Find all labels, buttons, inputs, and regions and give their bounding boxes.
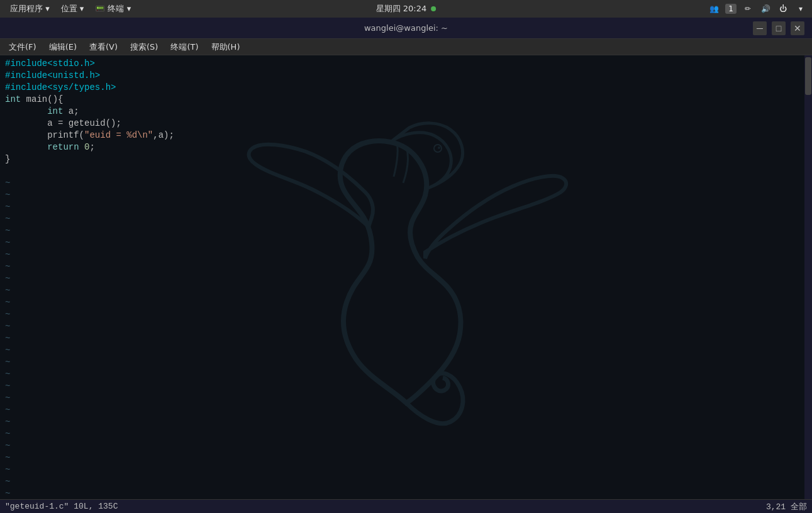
- menu-view[interactable]: 查看(V): [83, 40, 124, 54]
- tilde-line: ~: [0, 249, 804, 261]
- menu-file[interactable]: 文件(F): [3, 40, 43, 54]
- appsmenu-button[interactable]: 应用程序 ▾: [5, 2, 55, 16]
- menu-help[interactable]: 帮助(H): [205, 40, 247, 54]
- system-bar-menus: 应用程序 ▾ 位置 ▾ 📟 终端 ▾: [5, 2, 136, 16]
- cursor-info: 3,21 全部: [766, 501, 807, 512]
- code-line-3: #include<sys/types.h>: [0, 82, 804, 94]
- code-line-10: [0, 165, 804, 177]
- scroll-position: 全部: [791, 502, 807, 512]
- tilde-line: ~: [0, 237, 804, 249]
- terminal-menu-button[interactable]: 📟 终端 ▾: [90, 2, 136, 16]
- file-info: "geteuid-1.c" 10L, 135C: [5, 502, 118, 511]
- tilde-line: ~: [0, 476, 804, 488]
- tilde-line: ~: [0, 285, 804, 297]
- apps-label: 应用程序: [10, 4, 43, 13]
- tilde-line: ~: [0, 368, 804, 380]
- tilde-line: ~: [0, 392, 804, 404]
- code-line-4: int main(){: [0, 94, 804, 106]
- tilde-line: ~: [0, 356, 804, 368]
- tilde-line: ~: [0, 404, 804, 416]
- tilde-line: ~: [0, 261, 804, 273]
- terminal-window: wanglei@wanglei: ~ ─ □ ✕ 文件(F) 编辑(E) 查看(…: [0, 18, 812, 513]
- system-time: 星期四 20:24: [376, 3, 437, 14]
- power-arrow[interactable]: ▾: [794, 3, 807, 15]
- time-label: 星期四 20:24: [376, 4, 427, 13]
- code-line-8: return 0;: [0, 141, 804, 153]
- code-line-6: a = geteuid();: [0, 118, 804, 130]
- tilde-line: ~: [0, 273, 804, 285]
- position-arrow: ▾: [80, 4, 84, 13]
- filename: "geteuid-1.c": [5, 502, 69, 511]
- minimize-button[interactable]: ─: [753, 21, 767, 35]
- maximize-button[interactable]: □: [772, 21, 786, 35]
- tilde-line: ~: [0, 416, 804, 428]
- pen-icon[interactable]: ✏️: [742, 3, 754, 15]
- system-bar-left: 应用程序 ▾ 位置 ▾ 📟 终端 ▾: [5, 2, 136, 16]
- tilde-line: ~: [0, 309, 804, 321]
- tilde-line: ~: [0, 225, 804, 237]
- power-icon[interactable]: ⏻: [777, 3, 789, 15]
- apps-arrow: ▾: [45, 4, 50, 13]
- tilde-line: ~: [0, 440, 804, 452]
- tilde-line: ~: [0, 380, 804, 392]
- code-line-7: printf("euid = %d\n",a);: [0, 130, 804, 141]
- people-icon[interactable]: 👥: [708, 3, 720, 15]
- active-dot: [431, 6, 436, 11]
- char-count: 135C: [98, 502, 118, 511]
- tilde-line: ~: [0, 428, 804, 440]
- tilde-line: ~: [0, 321, 804, 333]
- title-bar: wanglei@wanglei: ~ ─ □ ✕: [0, 18, 812, 39]
- status-bar: "geteuid-1.c" 10L, 135C 3,21 全部: [0, 499, 812, 513]
- code-line-5: int a;: [0, 106, 804, 118]
- position-label: 位置: [61, 4, 77, 13]
- volume-icon[interactable]: 🔊: [759, 3, 772, 15]
- menu-edit[interactable]: 编辑(E): [43, 40, 83, 54]
- system-bar: 应用程序 ▾ 位置 ▾ 📟 终端 ▾ 星期四 20:24 👥 1 ✏️ 🔊 ⏻ …: [0, 0, 812, 18]
- editor-area[interactable]: #include<stdio.h> #include<unistd.h> #in…: [0, 55, 812, 499]
- tilde-line: ~: [0, 333, 804, 345]
- tilde-line: ~: [0, 189, 804, 201]
- tilde-line: ~: [0, 345, 804, 356]
- line1-include: #include: [5, 58, 47, 70]
- line-count: 10L,: [74, 502, 93, 511]
- close-button[interactable]: ✕: [791, 21, 804, 35]
- tilde-line: ~: [0, 201, 804, 213]
- menu-terminal[interactable]: 终端(T): [164, 40, 204, 54]
- workspace-badge[interactable]: 1: [725, 4, 737, 14]
- tilde-line: ~: [0, 464, 804, 476]
- tilde-line: ~: [0, 213, 804, 225]
- window-controls: ─ □ ✕: [753, 21, 804, 35]
- terminal-arrow: ▾: [127, 4, 131, 13]
- tilde-line: ~: [0, 452, 804, 464]
- code-line-2: #include<unistd.h>: [0, 70, 804, 82]
- system-bar-right: 👥 1 ✏️ 🔊 ⏻ ▾: [708, 3, 807, 15]
- cursor-position: 3,21: [766, 502, 786, 512]
- terminal-label: 终端: [108, 4, 124, 13]
- vertical-scrollbar[interactable]: [804, 55, 812, 499]
- menu-search[interactable]: 搜索(S): [124, 40, 164, 54]
- tilde-line: ~: [0, 177, 804, 189]
- code-line-1: #include<stdio.h>: [0, 58, 804, 70]
- tilde-line: ~: [0, 297, 804, 309]
- tilde-line: ~: [0, 488, 804, 499]
- window-title: wanglei@wanglei: ~: [364, 23, 448, 33]
- terminal-icon-small: 📟: [95, 4, 105, 13]
- scrollbar-thumb[interactable]: [805, 57, 811, 95]
- code-line-9: }: [0, 153, 804, 165]
- code-editor[interactable]: #include<stdio.h> #include<unistd.h> #in…: [0, 55, 804, 499]
- menu-bar: 文件(F) 编辑(E) 查看(V) 搜索(S) 终端(T) 帮助(H): [0, 39, 812, 55]
- position-menu-button[interactable]: 位置 ▾: [56, 2, 89, 16]
